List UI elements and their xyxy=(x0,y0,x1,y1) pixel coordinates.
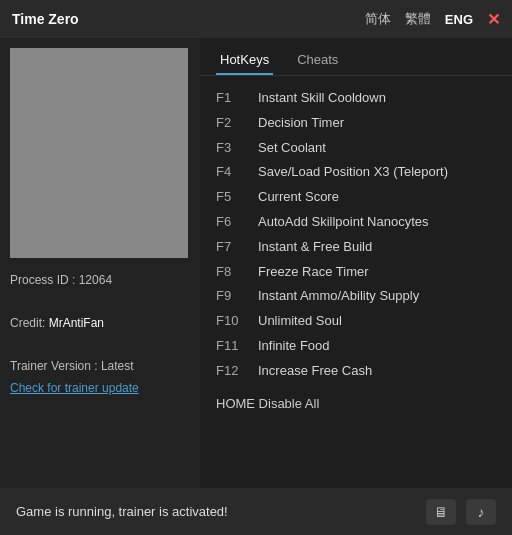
hotkey-desc-f10: Unlimited Soul xyxy=(258,311,342,332)
hotkey-row-f6: F6 AutoAdd Skillpoint Nanocytes xyxy=(216,210,496,235)
hotkey-desc-f11: Infinite Food xyxy=(258,336,330,357)
hotkey-row-f8: F8 Freeze Race Timer xyxy=(216,260,496,285)
hotkey-key-f10: F10 xyxy=(216,311,258,332)
title-bar: Time Zero 简体 繁體 ENG ✕ xyxy=(0,0,512,38)
hotkey-row-f3: F3 Set Coolant xyxy=(216,136,496,161)
main-area: Process ID : 12064 Credit: MrAntiFan Tra… xyxy=(0,38,512,488)
close-button[interactable]: ✕ xyxy=(487,10,500,29)
hotkey-row-f2: F2 Decision Timer xyxy=(216,111,496,136)
status-message: Game is running, trainer is activated! xyxy=(16,504,228,519)
hotkey-row-f11: F11 Infinite Food xyxy=(216,334,496,359)
right-panel: HotKeys Cheats F1 Instant Skill Cooldown… xyxy=(200,38,512,488)
hotkey-row-f5: F5 Current Score xyxy=(216,185,496,210)
lang-english[interactable]: ENG xyxy=(445,12,473,27)
music-icon[interactable]: ♪ xyxy=(466,499,496,525)
info-section: Process ID : 12064 Credit: MrAntiFan Tra… xyxy=(10,270,190,400)
hotkey-key-f9: F9 xyxy=(216,286,258,307)
lang-simplified[interactable]: 简体 xyxy=(365,10,391,28)
monitor-icon[interactable]: 🖥 xyxy=(426,499,456,525)
hotkey-row-f4: F4 Save/Load Position X3 (Teleport) xyxy=(216,160,496,185)
hotkey-desc-f7: Instant & Free Build xyxy=(258,237,372,258)
app-title: Time Zero xyxy=(12,11,79,27)
hotkey-row-f1: F1 Instant Skill Cooldown xyxy=(216,86,496,111)
credit-value: MrAntiFan xyxy=(49,316,104,330)
hotkey-key-f8: F8 xyxy=(216,262,258,283)
hotkey-key-f3: F3 xyxy=(216,138,258,159)
update-link[interactable]: Check for trainer update xyxy=(10,378,190,400)
game-thumbnail xyxy=(10,48,188,258)
hotkey-desc-f9: Instant Ammo/Ability Supply xyxy=(258,286,419,307)
title-bar-left: Time Zero xyxy=(12,11,79,27)
tab-cheats[interactable]: Cheats xyxy=(293,46,342,75)
tabs-bar: HotKeys Cheats xyxy=(200,38,512,76)
hotkey-desc-f3: Set Coolant xyxy=(258,138,326,159)
status-icons: 🖥 ♪ xyxy=(426,499,496,525)
credit-label: Credit: xyxy=(10,316,45,330)
hotkey-key-f5: F5 xyxy=(216,187,258,208)
process-id: Process ID : 12064 xyxy=(10,270,190,292)
home-action: HOME Disable All xyxy=(216,396,496,411)
hotkey-desc-f12: Increase Free Cash xyxy=(258,361,372,382)
status-bar: Game is running, trainer is activated! 🖥… xyxy=(0,488,512,535)
hotkey-key-f11: F11 xyxy=(216,336,258,357)
hotkey-desc-f8: Freeze Race Timer xyxy=(258,262,369,283)
hotkeys-content: F1 Instant Skill Cooldown F2 Decision Ti… xyxy=(200,76,512,488)
hotkey-key-f7: F7 xyxy=(216,237,258,258)
credit-row: Credit: MrAntiFan xyxy=(10,313,190,335)
hotkey-desc-f1: Instant Skill Cooldown xyxy=(258,88,386,109)
hotkey-row-f9: F9 Instant Ammo/Ability Supply xyxy=(216,284,496,309)
hotkey-key-f1: F1 xyxy=(216,88,258,109)
hotkey-row-f7: F7 Instant & Free Build xyxy=(216,235,496,260)
title-bar-right: 简体 繁體 ENG ✕ xyxy=(365,10,500,29)
hotkey-row-f12: F12 Increase Free Cash xyxy=(216,359,496,384)
hotkey-key-f6: F6 xyxy=(216,212,258,233)
hotkey-desc-f2: Decision Timer xyxy=(258,113,344,134)
hotkey-key-f2: F2 xyxy=(216,113,258,134)
hotkey-key-f4: F4 xyxy=(216,162,258,183)
hotkey-row-f10: F10 Unlimited Soul xyxy=(216,309,496,334)
trainer-version: Trainer Version : Latest xyxy=(10,356,190,378)
tab-hotkeys[interactable]: HotKeys xyxy=(216,46,273,75)
hotkey-key-f12: F12 xyxy=(216,361,258,382)
hotkey-desc-f5: Current Score xyxy=(258,187,339,208)
hotkey-desc-f4: Save/Load Position X3 (Teleport) xyxy=(258,162,448,183)
hotkey-desc-f6: AutoAdd Skillpoint Nanocytes xyxy=(258,212,429,233)
left-panel: Process ID : 12064 Credit: MrAntiFan Tra… xyxy=(0,38,200,488)
lang-traditional[interactable]: 繁體 xyxy=(405,10,431,28)
